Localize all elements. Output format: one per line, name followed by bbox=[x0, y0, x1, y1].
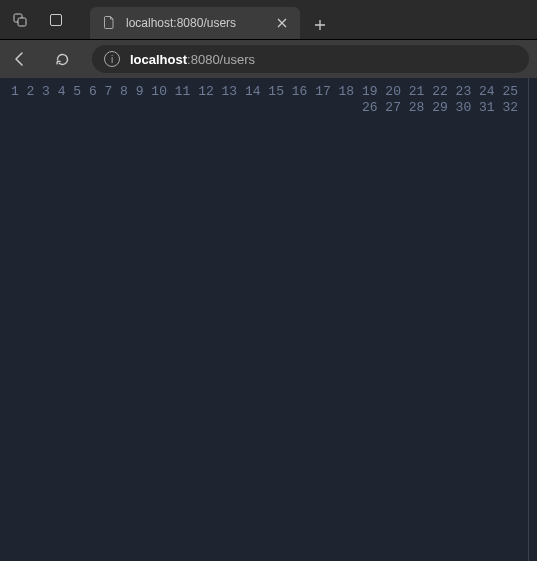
navbar: i localhost:8080/users bbox=[0, 40, 537, 78]
json-viewer: 1 2 3 4 5 6 7 8 9 10 11 12 13 14 15 16 1… bbox=[0, 78, 537, 561]
tab-actions-icon[interactable] bbox=[44, 8, 68, 32]
site-info-icon[interactable]: i bbox=[104, 51, 120, 67]
tab-strip: localhost:8080/users bbox=[90, 0, 334, 39]
close-icon[interactable] bbox=[274, 15, 290, 31]
json-body: [ { "id": 1, "name": "Jone", "age": 18, … bbox=[529, 78, 537, 561]
back-button[interactable] bbox=[8, 47, 32, 71]
workspaces-icon[interactable] bbox=[8, 8, 32, 32]
svg-rect-1 bbox=[18, 18, 26, 26]
address-bar[interactable]: i localhost:8080/users bbox=[92, 45, 529, 73]
new-tab-button[interactable] bbox=[306, 11, 334, 39]
address-text: localhost:8080/users bbox=[130, 52, 255, 67]
tab-title: localhost:8080/users bbox=[126, 16, 236, 30]
tab-active[interactable]: localhost:8080/users bbox=[90, 7, 300, 39]
svg-rect-2 bbox=[51, 14, 62, 25]
refresh-button[interactable] bbox=[50, 47, 74, 71]
page-icon bbox=[102, 15, 116, 32]
titlebar: localhost:8080/users bbox=[0, 0, 537, 40]
line-number-gutter: 1 2 3 4 5 6 7 8 9 10 11 12 13 14 15 16 1… bbox=[0, 78, 529, 561]
url-path: :8080/users bbox=[187, 52, 255, 67]
url-host: localhost bbox=[130, 52, 187, 67]
